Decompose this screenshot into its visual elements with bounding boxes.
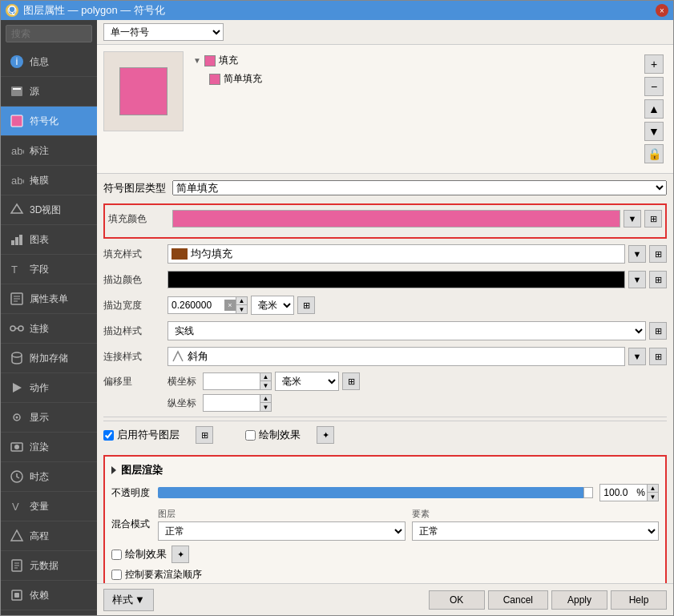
enable-symbol-expr-btn[interactable]: ⊞	[196, 426, 213, 444]
fill-color-bar[interactable]	[172, 210, 620, 227]
render-effect-check[interactable]: 绘制效果	[111, 547, 167, 562]
symbol-type-select[interactable]: 简单填充	[172, 180, 667, 195]
fill-style-expr-btn[interactable]: ⊞	[649, 245, 667, 263]
control-order-checkbox[interactable]	[111, 570, 122, 580]
sidebar-item-deps[interactable]: 依赖	[1, 581, 97, 610]
opacity-up-btn[interactable]: ▲	[647, 485, 658, 493]
sidebar-item-symbol[interactable]: 符号化	[1, 107, 97, 136]
sidebar-item-time[interactable]: 时态	[1, 462, 97, 492]
sidebar-label-time: 时态	[30, 470, 49, 484]
sidebar-item-info[interactable]: i 信息	[1, 47, 97, 77]
opacity-down-btn[interactable]: ▼	[647, 493, 658, 501]
offset-x-input[interactable]: 0.000000	[204, 374, 260, 389]
sidebar-item-source[interactable]: 源	[1, 77, 97, 107]
join-style-dropdown-btn[interactable]: ▼	[628, 348, 646, 365]
fill-style-dropdown-btn[interactable]: ▼	[628, 245, 646, 263]
sidebar-item-elevation[interactable]: 高程	[1, 521, 97, 551]
blend-layer-select[interactable]: 正常	[158, 521, 406, 541]
svg-text:abc: abc	[11, 175, 24, 187]
opacity-value-input[interactable]: 100.0	[600, 485, 636, 500]
style-button[interactable]: 样式 ▼	[103, 589, 154, 611]
apply-button[interactable]: Apply	[551, 590, 607, 610]
sidebar-item-chart[interactable]: 图表	[1, 225, 97, 255]
offset-y-input[interactable]: 0.000000	[204, 396, 260, 410]
search-input[interactable]	[6, 25, 92, 42]
sidebar-item-display[interactable]: 显示	[1, 403, 97, 433]
sidebar-label-symbol: 符号化	[30, 115, 59, 128]
offset-expr-btn[interactable]: ⊞	[342, 372, 360, 390]
cancel-button[interactable]: Cancel	[488, 590, 548, 610]
fill-style-control: 均匀填充 ▼ ⊞	[167, 244, 667, 264]
svg-marker-9	[11, 204, 22, 213]
ok-button[interactable]: OK	[429, 590, 485, 610]
stroke-width-control: 0.260000 × ▲ ▼ 毫米 ⊞	[167, 296, 667, 315]
stroke-width-up-btn[interactable]: ▲	[236, 297, 247, 305]
stroke-style-expr-btn[interactable]: ⊞	[649, 322, 667, 340]
tree-item-fill[interactable]: ▼ 填充	[190, 51, 635, 70]
stroke-color-bar[interactable]	[167, 271, 625, 288]
sidebar-item-attrform[interactable]: 属性表单	[1, 284, 97, 314]
window-title: 图层属性 — polygon — 符号化	[23, 3, 165, 18]
svg-point-26	[14, 445, 19, 449]
opacity-slider[interactable]	[158, 487, 593, 498]
blend-row: 混合模式 图层 正常 要素 正常	[111, 508, 659, 541]
blend-element-select[interactable]: 正常	[412, 521, 660, 541]
sidebar-item-3dview[interactable]: 3D视图	[1, 195, 97, 225]
offset-x-up-btn[interactable]: ▲	[260, 373, 271, 381]
sidebar-item-metadata[interactable]: 元数据	[1, 551, 97, 581]
draw-effect-check[interactable]: 绘制效果	[245, 428, 301, 442]
symbol-mode-select[interactable]: 单一符号	[103, 23, 224, 41]
sidebar-item-storage[interactable]: 附加存储	[1, 344, 97, 373]
svg-rect-10	[11, 240, 14, 245]
stroke-width-label: 描边宽度	[103, 299, 167, 312]
stroke-color-dropdown-btn[interactable]: ▼	[628, 271, 646, 288]
stroke-style-select[interactable]: 实线	[167, 321, 646, 340]
connect-icon	[9, 320, 25, 336]
sidebar-item-connect[interactable]: 连接	[1, 314, 97, 344]
properties-area: 符号图层类型 简单填充 填充颜色 ▼ ⊞	[97, 174, 673, 583]
join-style-expr-btn[interactable]: ⊞	[649, 348, 667, 365]
offset-x-input-group: 0.000000 ▲ ▼	[203, 372, 272, 390]
enable-symbol-checkbox[interactable]	[103, 430, 114, 441]
fill-color-expr-btn[interactable]: ⊞	[644, 210, 662, 227]
stroke-width-expr-btn[interactable]: ⊞	[297, 296, 315, 314]
draw-effect-checkbox[interactable]	[245, 430, 256, 441]
add-symbol-button[interactable]: +	[644, 54, 664, 74]
offset-unit-select[interactable]: 毫米	[275, 372, 339, 391]
help-button[interactable]: Help	[611, 590, 667, 610]
offset-x-down-btn[interactable]: ▼	[260, 381, 271, 389]
svg-marker-29	[11, 530, 22, 541]
stroke-width-clear-btn[interactable]: ×	[224, 300, 236, 311]
fill-style-row: 填充样式 均匀填充 ▼ ⊞	[103, 244, 667, 264]
offset-y-up-btn[interactable]: ▲	[260, 395, 271, 403]
variable-icon: V	[9, 498, 25, 514]
move-up-button[interactable]: ▲	[644, 99, 664, 119]
remove-symbol-button[interactable]: −	[644, 77, 664, 96]
draw-effect-btn[interactable]: ✦	[317, 426, 334, 444]
sidebar-item-label[interactable]: abc 标注	[1, 136, 97, 166]
offset-y-down-btn[interactable]: ▼	[260, 403, 271, 411]
lock-button[interactable]: 🔒	[644, 144, 664, 163]
sidebar-item-action[interactable]: 动作	[1, 373, 97, 403]
stroke-width-down-btn[interactable]: ▼	[236, 305, 247, 313]
svg-rect-6	[11, 115, 22, 127]
svg-rect-12	[19, 235, 22, 245]
move-down-button[interactable]: ▼	[644, 122, 664, 141]
preview-square	[119, 67, 167, 115]
attrform-icon	[9, 291, 25, 307]
tree-item-simple-fill[interactable]: 简单填充	[206, 70, 635, 88]
render-effect-checkbox[interactable]	[111, 550, 122, 560]
sidebar-item-mask[interactable]: abc 掩膜	[1, 166, 97, 195]
stroke-width-input[interactable]: 0.260000	[168, 298, 224, 312]
fill-color-dropdown-btn[interactable]: ▼	[624, 210, 641, 227]
sidebar-item-variable[interactable]: V 变量	[1, 492, 97, 521]
stroke-width-unit-select[interactable]: 毫米	[251, 296, 294, 315]
enable-symbol-check[interactable]: 启用符号图层	[103, 428, 180, 442]
close-button[interactable]: ×	[656, 4, 668, 17]
stroke-color-expr-btn[interactable]: ⊞	[649, 271, 667, 288]
sidebar-item-render[interactable]: 渲染	[1, 433, 97, 462]
render-effect-btn[interactable]: ✦	[172, 546, 189, 563]
chart-icon	[9, 232, 25, 248]
sidebar-item-field[interactable]: T 字段	[1, 255, 97, 284]
fill-style-label: 填充样式	[103, 248, 167, 261]
